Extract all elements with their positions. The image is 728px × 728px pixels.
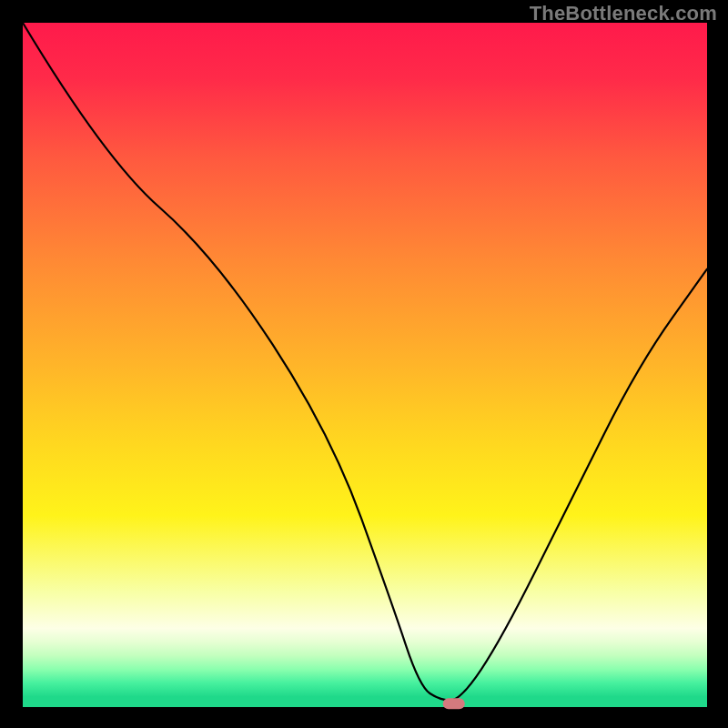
chart-frame: TheBottleneck.com bbox=[0, 0, 728, 728]
plot-background bbox=[23, 23, 707, 707]
watermark-text: TheBottleneck.com bbox=[530, 2, 717, 25]
bottleneck-chart bbox=[0, 0, 728, 728]
optimal-marker bbox=[443, 698, 465, 709]
